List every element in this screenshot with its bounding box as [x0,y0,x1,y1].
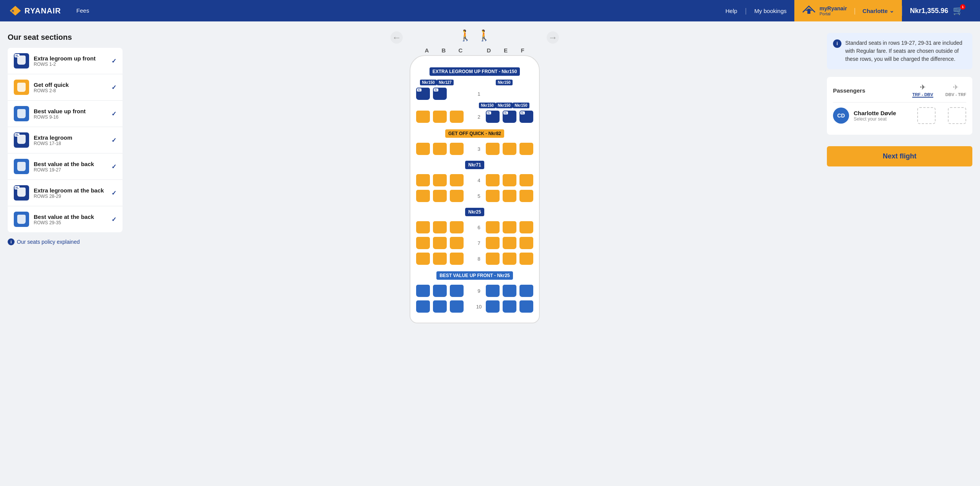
passenger-info: Charlotte Døvle Select your seat [854,110,913,122]
next-flight-button[interactable]: Next flight [827,146,972,166]
seat-1d-empty [484,86,501,101]
seat-5e[interactable] [501,189,518,203]
cart-icon[interactable]: 🛒 1 [953,6,963,16]
price-d2: Nkr150 [479,103,496,108]
row2-prices: Nkr150 Nkr150 Nkr150 [414,103,535,108]
policy-link[interactable]: i Our seats policy explained [8,238,122,245]
seat-3d[interactable] [484,142,501,156]
seat-7b[interactable] [431,236,448,250]
seat-8f[interactable] [518,251,535,266]
section-info-2: Get off quick ROWS 2-8 [34,82,107,93]
seat-9e[interactable] [501,284,518,298]
seat-8d[interactable] [484,251,501,266]
seat-4b[interactable] [431,173,448,188]
cart-badge: 1 [960,4,965,10]
banner-get-off-quick: GET OFF QUICK - Nkr82 [414,127,535,140]
seat-2d[interactable]: XL [484,109,501,124]
chevron-icon-6: ✓ [111,189,116,197]
seat-4a[interactable] [415,173,431,188]
section-get-off-quick[interactable]: Get off quick ROWS 2-8 ✓ [8,74,122,101]
seat-5c[interactable] [448,189,465,203]
seat-7d[interactable] [484,236,501,250]
seat-5b[interactable] [431,189,448,203]
seat-7a[interactable] [415,236,431,250]
section-extra-legroom[interactable]: XL Extra legroom ROWS 17-18 ✓ [8,127,122,153]
seat-3c[interactable] [448,142,465,156]
seat-5a[interactable] [415,189,431,203]
seat-6d[interactable] [484,220,501,235]
fees-link[interactable]: Fees [77,7,89,14]
seat-2e[interactable]: XL [501,109,518,124]
seat-5f[interactable] [518,189,535,203]
seat-4d[interactable] [484,173,501,188]
total-price: Nkr1,355.96 [910,7,948,15]
header: R RYANAIR Fees Help | My bookings myRyan… [0,0,980,21]
help-link[interactable]: Help [718,8,745,14]
seat-10e[interactable] [501,299,518,314]
seat-8c[interactable] [448,251,465,266]
seat-7e[interactable] [501,236,518,250]
seat-6a[interactable] [415,220,431,235]
tab-trf-dbv[interactable]: ✈ TRF - DBV [912,83,933,98]
seat-8e[interactable] [501,251,518,266]
seat-8b[interactable] [431,251,448,266]
seat-9d[interactable] [484,284,501,298]
my-bookings-link[interactable]: My bookings [747,8,794,14]
tab-dbv-trf[interactable]: ✈ DBV - TRF [946,83,966,98]
banner-best-value-front: BEST VALUE UP FRONT - Nkr25 [414,269,535,282]
seat-6c[interactable] [448,220,465,235]
section-best-value-back[interactable]: Best value at the back ROWS 19-27 ✓ [8,153,122,180]
dbv-trf-plane-icon: ✈ [953,83,959,91]
portal-divider: | [854,7,856,15]
seat-10b[interactable] [431,299,448,314]
price-nkr25-banner: Nkr25 [414,205,535,219]
seat-6e[interactable] [501,220,518,235]
seat-placeholder-dbv-trf [948,107,966,124]
seat-9b[interactable] [431,284,448,298]
seat-6b[interactable] [431,220,448,235]
seat-2b[interactable] [431,109,448,124]
seat-10d[interactable] [484,299,501,314]
chevron-icon-7: ✓ [111,216,116,223]
seat-3e[interactable] [501,142,518,156]
seat-row-4: 4 [414,173,535,188]
seat-2c[interactable] [448,109,465,124]
seat-3f[interactable] [518,142,535,156]
section-extra-legroom-back[interactable]: XL Extra legroom at the back ROWS 28-29 … [8,180,122,206]
seat-2f[interactable]: XL [518,109,535,124]
seat-10c[interactable] [448,299,465,314]
section-extra-legroom-front[interactable]: XL Extra legroom up front ROWS 1-2 ✓ [8,48,122,74]
seat-9a[interactable] [415,284,431,298]
seat-4e[interactable] [501,173,518,188]
seat-8a[interactable] [415,251,431,266]
svg-text:R: R [11,9,14,13]
user-name[interactable]: Charlotte ⌄ [862,7,894,14]
chevron-icon-5: ✓ [111,163,116,170]
seat-10a[interactable] [415,299,431,314]
section-best-value-back-2[interactable]: Best value at the back ROWS 29-35 ✓ [8,206,122,232]
next-arrow[interactable]: → [547,31,559,44]
plane-nav-row: ← 🚶 🚶 → [390,29,559,46]
section-best-value-front[interactable]: Best value up front ROWS 9-16 ✓ [8,101,122,127]
seat-6f[interactable] [518,220,535,235]
seat-1a[interactable]: XL [415,86,431,101]
seat-3b[interactable] [431,142,448,156]
chevron-icon-2: ✓ [111,84,116,91]
logo[interactable]: R RYANAIR [9,5,61,17]
seat-4c[interactable] [448,173,465,188]
seat-4f[interactable] [518,173,535,188]
price-e1: Nkr150 [496,80,513,85]
seat-5d[interactable] [484,189,501,203]
seat-7f[interactable] [518,236,535,250]
seat-3a[interactable] [415,142,431,156]
prev-arrow[interactable]: ← [390,31,403,44]
seat-row-10: 10 [414,299,535,314]
seat-9f[interactable] [518,284,535,298]
seat-1b[interactable]: XL [431,86,448,101]
seat-10f[interactable] [518,299,535,314]
seat-9c[interactable] [448,284,465,298]
portal-button[interactable]: myRyanair Portal | Charlotte ⌄ [794,0,902,21]
seat-7c[interactable] [448,236,465,250]
col-f: F [514,47,531,54]
seat-2a[interactable] [415,109,431,124]
